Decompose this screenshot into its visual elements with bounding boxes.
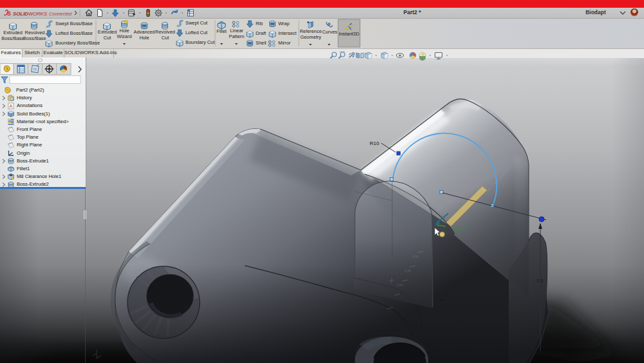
svg-text:S: S [7,10,11,17]
svg-text:4.50: 4.50 [412,255,419,259]
svg-text:2.5: 2.5 [536,278,543,284]
svg-text:3.00: 3.00 [404,269,411,273]
svg-text:SOLIDWORKS: SOLIDWORKS [13,11,48,17]
svg-text:R10: R10 [370,141,379,146]
svg-text:Connected: Connected [49,11,72,17]
svg-text:2.00: 2.00 [397,283,403,287]
